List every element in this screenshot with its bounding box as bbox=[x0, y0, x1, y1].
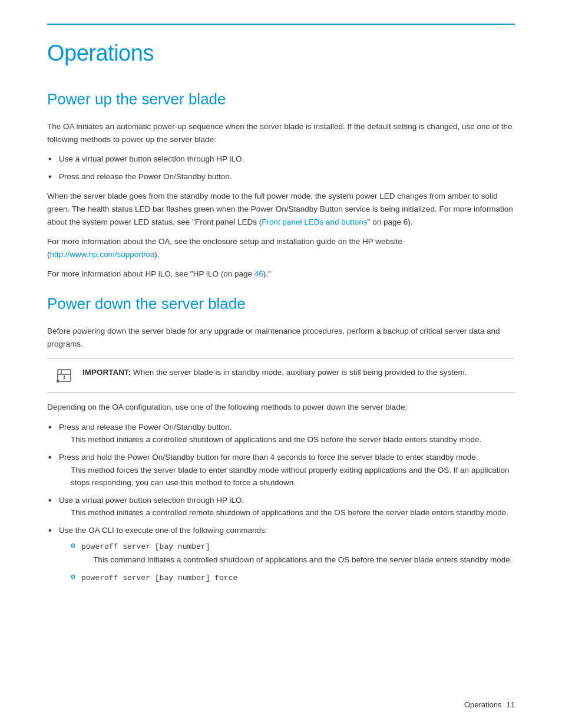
hp-support-link[interactable]: http://www.hp.com/support/oa bbox=[50, 250, 155, 259]
power-up-bullet-list: Use a virtual power button selection thr… bbox=[47, 153, 515, 183]
power-down-intro: Before powering down the server blade fo… bbox=[47, 325, 515, 350]
footer: Operations 11 bbox=[464, 699, 515, 711]
list-item-subtext: This method forces the server blade to e… bbox=[71, 464, 515, 489]
section-power-down-title: Power down the server blade bbox=[47, 292, 515, 315]
footer-section-label: Operations bbox=[464, 699, 502, 711]
top-rule bbox=[47, 24, 515, 25]
important-content: IMPORTANT: When the server blade is in s… bbox=[82, 366, 467, 379]
depending-text: Depending on the OA configuration, use o… bbox=[47, 401, 515, 414]
list-item: poweroff server [bay number] This comman… bbox=[71, 540, 515, 566]
footer-page-number: 11 bbox=[507, 699, 515, 711]
front-panel-link[interactable]: Front panel LEDs and buttons bbox=[262, 218, 367, 226]
power-up-intro: The OA initiates an automatic power-up s… bbox=[47, 120, 515, 146]
section-power-up-title: Power up the server blade bbox=[47, 88, 515, 111]
code-item: poweroff server [bay number] force bbox=[81, 574, 237, 582]
list-item: poweroff server [bay number] force bbox=[71, 571, 515, 585]
ilo-link[interactable]: 46 bbox=[254, 269, 263, 278]
important-box: IMPORTANT: When the server blade is in s… bbox=[47, 358, 515, 393]
list-item: Press and hold the Power On/Standby butt… bbox=[47, 451, 515, 489]
svg-point-3 bbox=[64, 378, 65, 380]
list-item: Use a virtual power button selection thr… bbox=[47, 494, 515, 519]
section-power-down: Power down the server blade Before power… bbox=[47, 292, 515, 585]
code-description: This command initiates a controlled shut… bbox=[93, 554, 515, 566]
important-icon bbox=[57, 367, 74, 385]
code-item: poweroff server [bay number] bbox=[81, 542, 210, 551]
power-down-bullet-list: Press and release the Power On/Standby b… bbox=[47, 421, 515, 585]
page: Operations Power up the server blade The… bbox=[0, 0, 562, 728]
list-item: Press and release the Power On/Standby b… bbox=[47, 170, 515, 183]
code-list: poweroff server [bay number] This comman… bbox=[71, 540, 515, 584]
section-power-up: Power up the server blade The OA initiat… bbox=[47, 88, 515, 281]
power-up-paragraph1: When the server blade goes from the stan… bbox=[47, 190, 515, 228]
page-title: Operations bbox=[47, 37, 515, 70]
list-item-subtext: This method initiates a controlled remot… bbox=[71, 506, 515, 519]
list-item: Use a virtual power button selection thr… bbox=[47, 153, 515, 166]
list-item: Use the OA CLI to execute one of the fol… bbox=[47, 524, 515, 585]
list-item-subtext: This method initiates a controlled shutd… bbox=[71, 433, 515, 446]
list-item: Press and release the Power On/Standby b… bbox=[47, 421, 515, 446]
power-up-paragraph2: For more information about the OA, see t… bbox=[47, 235, 515, 261]
power-up-paragraph3: For more information about HP iLO, see "… bbox=[47, 268, 515, 281]
important-label: IMPORTANT: bbox=[82, 368, 131, 377]
